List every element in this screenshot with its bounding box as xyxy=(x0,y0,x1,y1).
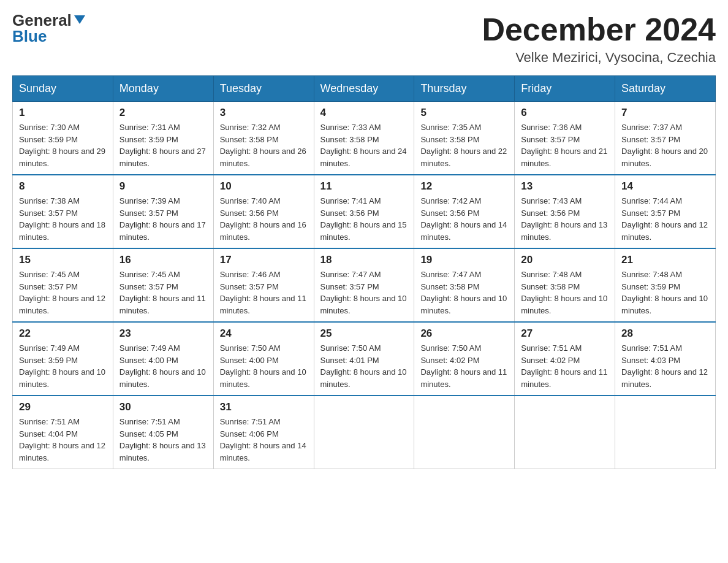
calendar-day-cell xyxy=(414,396,515,469)
calendar-day-cell: 1Sunrise: 7:30 AMSunset: 3:59 PMDaylight… xyxy=(13,102,113,175)
day-info: Sunrise: 7:50 AMSunset: 4:00 PMDaylight:… xyxy=(220,342,308,390)
calendar-day-cell: 19Sunrise: 7:47 AMSunset: 3:58 PMDayligh… xyxy=(414,248,515,322)
calendar-day-cell: 17Sunrise: 7:46 AMSunset: 3:57 PMDayligh… xyxy=(213,248,314,322)
day-info: Sunrise: 7:45 AMSunset: 3:57 PMDaylight:… xyxy=(19,269,107,316)
day-number: 9 xyxy=(119,180,207,193)
day-info: Sunrise: 7:51 AMSunset: 4:06 PMDaylight:… xyxy=(220,416,308,464)
day-number: 13 xyxy=(521,180,609,193)
day-info: Sunrise: 7:48 AMSunset: 3:59 PMDaylight:… xyxy=(621,269,709,316)
calendar-week-row: 29Sunrise: 7:51 AMSunset: 4:04 PMDayligh… xyxy=(13,396,716,469)
day-number: 25 xyxy=(320,327,408,340)
calendar-day-cell: 6Sunrise: 7:36 AMSunset: 3:57 PMDaylight… xyxy=(515,102,615,175)
month-year-title: December 2024 xyxy=(482,12,716,47)
calendar-day-cell: 24Sunrise: 7:50 AMSunset: 4:00 PMDayligh… xyxy=(213,322,314,396)
calendar-day-cell: 2Sunrise: 7:31 AMSunset: 3:59 PMDaylight… xyxy=(113,102,213,175)
day-number: 27 xyxy=(521,327,609,340)
day-info: Sunrise: 7:45 AMSunset: 3:57 PMDaylight:… xyxy=(119,269,207,316)
day-info: Sunrise: 7:42 AMSunset: 3:56 PMDaylight:… xyxy=(420,195,508,243)
day-info: Sunrise: 7:35 AMSunset: 3:58 PMDaylight:… xyxy=(420,121,508,169)
day-number: 5 xyxy=(420,107,508,119)
calendar-day-cell: 7Sunrise: 7:37 AMSunset: 3:57 PMDaylight… xyxy=(615,102,716,175)
day-number: 31 xyxy=(220,401,308,413)
day-info: Sunrise: 7:49 AMSunset: 3:59 PMDaylight:… xyxy=(19,342,107,390)
calendar-day-cell: 16Sunrise: 7:45 AMSunset: 3:57 PMDayligh… xyxy=(113,248,213,322)
day-info: Sunrise: 7:30 AMSunset: 3:59 PMDaylight:… xyxy=(19,121,107,169)
day-number: 30 xyxy=(119,401,207,413)
calendar-day-cell: 28Sunrise: 7:51 AMSunset: 4:03 PMDayligh… xyxy=(615,322,716,396)
calendar-day-cell xyxy=(314,396,414,469)
day-number: 1 xyxy=(19,107,107,119)
day-info: Sunrise: 7:50 AMSunset: 4:01 PMDaylight:… xyxy=(320,342,408,390)
calendar-day-cell: 9Sunrise: 7:39 AMSunset: 3:57 PMDaylight… xyxy=(113,175,213,248)
calendar-weekday-header: Tuesday xyxy=(213,76,314,102)
logo: General Blue xyxy=(12,12,86,46)
day-info: Sunrise: 7:31 AMSunset: 3:59 PMDaylight:… xyxy=(119,121,207,169)
location-subtitle: Velke Mezirici, Vysocina, Czechia xyxy=(482,50,716,66)
svg-marker-0 xyxy=(74,15,85,24)
calendar-day-cell: 8Sunrise: 7:38 AMSunset: 3:57 PMDaylight… xyxy=(13,175,113,248)
day-info: Sunrise: 7:48 AMSunset: 3:58 PMDaylight:… xyxy=(521,269,609,316)
calendar-day-cell: 12Sunrise: 7:42 AMSunset: 3:56 PMDayligh… xyxy=(414,175,515,248)
day-number: 19 xyxy=(420,254,508,266)
day-number: 15 xyxy=(19,254,107,266)
day-info: Sunrise: 7:33 AMSunset: 3:58 PMDaylight:… xyxy=(320,121,408,169)
calendar-day-cell: 27Sunrise: 7:51 AMSunset: 4:02 PMDayligh… xyxy=(515,322,615,396)
day-number: 28 xyxy=(621,327,709,340)
calendar-weekday-header: Saturday xyxy=(615,76,716,102)
page-header: General Blue December 2024 Velke Meziric… xyxy=(12,12,716,66)
day-info: Sunrise: 7:47 AMSunset: 3:58 PMDaylight:… xyxy=(420,269,508,316)
day-number: 29 xyxy=(19,401,107,413)
calendar-day-cell: 29Sunrise: 7:51 AMSunset: 4:04 PMDayligh… xyxy=(13,396,113,469)
day-info: Sunrise: 7:38 AMSunset: 3:57 PMDaylight:… xyxy=(19,195,107,243)
day-number: 16 xyxy=(119,254,207,266)
calendar-day-cell: 26Sunrise: 7:50 AMSunset: 4:02 PMDayligh… xyxy=(414,322,515,396)
day-info: Sunrise: 7:41 AMSunset: 3:56 PMDaylight:… xyxy=(320,195,408,243)
day-number: 2 xyxy=(119,107,207,119)
calendar-weekday-header: Sunday xyxy=(13,76,113,102)
day-number: 24 xyxy=(220,327,308,340)
day-number: 23 xyxy=(119,327,207,340)
day-info: Sunrise: 7:44 AMSunset: 3:57 PMDaylight:… xyxy=(621,195,709,243)
calendar-weekday-header: Friday xyxy=(515,76,615,102)
calendar-day-cell: 31Sunrise: 7:51 AMSunset: 4:06 PMDayligh… xyxy=(213,396,314,469)
day-info: Sunrise: 7:51 AMSunset: 4:02 PMDaylight:… xyxy=(521,342,609,390)
calendar-week-row: 8Sunrise: 7:38 AMSunset: 3:57 PMDaylight… xyxy=(13,175,716,248)
calendar-day-cell: 4Sunrise: 7:33 AMSunset: 3:58 PMDaylight… xyxy=(314,102,414,175)
calendar-day-cell: 25Sunrise: 7:50 AMSunset: 4:01 PMDayligh… xyxy=(314,322,414,396)
day-number: 20 xyxy=(521,254,609,266)
logo-blue: Blue xyxy=(12,27,47,46)
logo-general: General xyxy=(12,12,72,28)
day-info: Sunrise: 7:46 AMSunset: 3:57 PMDaylight:… xyxy=(220,269,308,316)
calendar-weekday-header: Monday xyxy=(113,76,213,102)
day-info: Sunrise: 7:39 AMSunset: 3:57 PMDaylight:… xyxy=(119,195,207,243)
day-number: 22 xyxy=(19,327,107,340)
day-number: 18 xyxy=(320,254,408,266)
calendar-day-cell: 22Sunrise: 7:49 AMSunset: 3:59 PMDayligh… xyxy=(13,322,113,396)
calendar-weekday-header: Thursday xyxy=(414,76,515,102)
calendar-day-cell: 23Sunrise: 7:49 AMSunset: 4:00 PMDayligh… xyxy=(113,322,213,396)
day-number: 3 xyxy=(220,107,308,119)
day-info: Sunrise: 7:50 AMSunset: 4:02 PMDaylight:… xyxy=(420,342,508,390)
day-info: Sunrise: 7:36 AMSunset: 3:57 PMDaylight:… xyxy=(521,121,609,169)
calendar-day-cell: 11Sunrise: 7:41 AMSunset: 3:56 PMDayligh… xyxy=(314,175,414,248)
calendar-week-row: 1Sunrise: 7:30 AMSunset: 3:59 PMDaylight… xyxy=(13,102,716,175)
calendar-week-row: 15Sunrise: 7:45 AMSunset: 3:57 PMDayligh… xyxy=(13,248,716,322)
logo-arrow-icon xyxy=(73,13,86,26)
day-info: Sunrise: 7:49 AMSunset: 4:00 PMDaylight:… xyxy=(119,342,207,390)
day-info: Sunrise: 7:37 AMSunset: 3:57 PMDaylight:… xyxy=(621,121,709,169)
day-number: 10 xyxy=(220,180,308,193)
calendar-weekday-header: Wednesday xyxy=(314,76,414,102)
title-block: December 2024 Velke Mezirici, Vysocina, … xyxy=(482,12,716,66)
day-info: Sunrise: 7:47 AMSunset: 3:57 PMDaylight:… xyxy=(320,269,408,316)
calendar-day-cell: 18Sunrise: 7:47 AMSunset: 3:57 PMDayligh… xyxy=(314,248,414,322)
calendar-day-cell: 14Sunrise: 7:44 AMSunset: 3:57 PMDayligh… xyxy=(615,175,716,248)
calendar-day-cell: 30Sunrise: 7:51 AMSunset: 4:05 PMDayligh… xyxy=(113,396,213,469)
day-number: 11 xyxy=(320,180,408,193)
day-number: 12 xyxy=(420,180,508,193)
calendar-day-cell xyxy=(615,396,716,469)
day-number: 14 xyxy=(621,180,709,193)
day-number: 4 xyxy=(320,107,408,119)
calendar-week-row: 22Sunrise: 7:49 AMSunset: 3:59 PMDayligh… xyxy=(13,322,716,396)
calendar-day-cell: 15Sunrise: 7:45 AMSunset: 3:57 PMDayligh… xyxy=(13,248,113,322)
day-number: 26 xyxy=(420,327,508,340)
